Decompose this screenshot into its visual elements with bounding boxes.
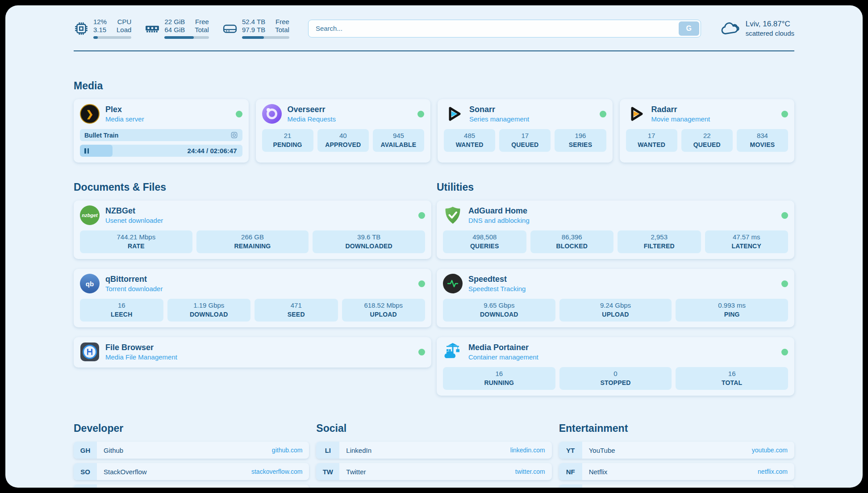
- stat-latency: 47.57 ms LATENCY: [705, 230, 789, 253]
- search-engine-button[interactable]: G: [679, 21, 699, 36]
- section-title-developer: Developer: [74, 422, 309, 435]
- cpu-widget: 12% CPU 3.15 Load: [74, 18, 131, 39]
- cpu-label-1: CPU: [117, 18, 131, 26]
- search-input[interactable]: [308, 20, 701, 38]
- stat-download: 1.19 Gbps DOWNLOAD: [167, 299, 251, 322]
- cpu-label-2: Load: [117, 26, 131, 34]
- disk-label-2: Total: [275, 26, 289, 34]
- radarr-icon: [626, 104, 646, 124]
- section-title-utilities: Utilities: [437, 181, 794, 193]
- stat-total: 16 TOTAL: [676, 367, 788, 390]
- section-title-documents: Documents & Files: [74, 181, 431, 193]
- filebrowser-title: File Browser: [105, 343, 177, 352]
- dashboard: 12% CPU 3.15 Load: [5, 5, 863, 488]
- link-reddit[interactable]: RE Reddit reddit.com: [559, 485, 794, 488]
- adguard-icon: [443, 205, 463, 225]
- portainer-title: Media Portainer: [468, 343, 538, 352]
- stat-download: 9.65 Gbps DOWNLOAD: [443, 299, 555, 322]
- nzbget-status-dot: [418, 212, 425, 219]
- stat-downloaded: 39.6 TB DOWNLOADED: [313, 230, 425, 253]
- ram-icon: [145, 21, 160, 36]
- link-youtube[interactable]: YT YouTube youtube.com: [559, 442, 794, 459]
- header-divider: [74, 50, 794, 51]
- plex-playback-time: 24:44 / 02:06:47: [188, 145, 237, 157]
- cpu-progress-track: [93, 36, 131, 39]
- overseerr-card[interactable]: Overseerr Media Requests 21 PENDING 40 A…: [256, 99, 431, 163]
- stat-seed: 471 SEED: [255, 299, 338, 322]
- stat-queries: 498,508 QUERIES: [443, 230, 526, 253]
- weather-widget: Lviv, 16.87°C scattered clouds: [720, 20, 794, 38]
- plex-card[interactable]: ❯ Plex Media server Bullet Train: [74, 99, 249, 163]
- speedtest-status-dot: [781, 280, 788, 287]
- stat-queued: 22 QUEUED: [681, 129, 733, 152]
- qbittorrent-card[interactable]: qb qBittorrent Torrent downloader 16 LEE…: [74, 269, 431, 327]
- netflix-icon: NF: [559, 463, 582, 480]
- link-linkedin[interactable]: LI LinkedIn linkedin.com: [316, 442, 551, 459]
- stat-blocked: 86,396 BLOCKED: [530, 230, 614, 253]
- stat-leech: 16 LEECH: [80, 299, 163, 322]
- cpu-usage-value: 12%: [93, 18, 107, 26]
- stackoverflow-icon: SO: [74, 463, 97, 480]
- link-github[interactable]: GH Github github.com: [74, 442, 309, 459]
- stat-ping: 0.993 ms PING: [676, 299, 788, 322]
- adguard-card[interactable]: AdGuard Home DNS and adblocking 498,508 …: [437, 201, 794, 259]
- overseerr-status-dot: [417, 111, 424, 117]
- cloud-icon: [720, 20, 740, 38]
- ram-label-1: Free: [195, 18, 209, 26]
- nzbget-subtitle: Usenet downloader: [105, 217, 163, 224]
- radarr-status-dot: [781, 111, 788, 117]
- pause-icon[interactable]: [84, 148, 89, 154]
- overseerr-title: Overseerr: [288, 105, 336, 114]
- link-netflix[interactable]: NF Netflix netflix.com: [559, 463, 794, 480]
- plex-playback-progress: 24:44 / 02:06:47: [80, 145, 242, 157]
- portainer-crane-icon: [443, 342, 463, 362]
- ram-free-value: 22 GiB: [164, 18, 185, 26]
- speedtest-card[interactable]: Speedtest Speedtest Tracking 9.65 Gbps D…: [437, 269, 794, 327]
- radarr-title: Radarr: [651, 105, 710, 114]
- disk-free-value: 52.4 TB: [242, 18, 265, 26]
- portainer-card[interactable]: Media Portainer Container management 16 …: [437, 337, 794, 396]
- sonarr-icon: [444, 104, 463, 124]
- qbittorrent-subtitle: Torrent downloader: [105, 285, 163, 292]
- plex-title: Plex: [105, 105, 144, 114]
- qbittorrent-icon: qb: [80, 274, 100, 293]
- sonarr-subtitle: Series management: [469, 115, 529, 123]
- plex-now-playing-row: Bullet Train: [80, 129, 242, 141]
- session-info-icon[interactable]: [230, 131, 238, 139]
- disk-progress-track: [242, 36, 289, 39]
- disk-widget: 52.4 TB Free 97.9 TB Total: [222, 18, 289, 39]
- plex-subtitle: Media server: [105, 115, 144, 123]
- radarr-subtitle: Movie management: [651, 115, 710, 123]
- link-twitter[interactable]: TW Twitter twitter.com: [316, 463, 551, 480]
- stat-remaining: 266 GB REMAINING: [196, 230, 309, 253]
- nzbget-card[interactable]: nzbget NZBGet Usenet downloader 744.21 M…: [74, 201, 431, 259]
- overseerr-subtitle: Media Requests: [288, 115, 336, 123]
- weather-location: Lviv, 16.87°C: [746, 20, 794, 29]
- linkedin-icon: LI: [316, 442, 339, 459]
- plex-icon: ❯: [80, 104, 100, 124]
- link-stackoverflow[interactable]: SO StackOverflow stackoverflow.com: [74, 463, 309, 480]
- stat-approved: 40 APPROVED: [317, 129, 369, 152]
- filebrowser-card[interactable]: File Browser Media File Management: [74, 337, 431, 368]
- filebrowser-status-dot: [418, 349, 425, 355]
- portainer-subtitle: Container management: [468, 353, 538, 361]
- qbittorrent-status-dot: [418, 280, 425, 287]
- github-icon: GH: [74, 442, 97, 459]
- radarr-card[interactable]: Radarr Movie management 17 WANTED 22 QUE…: [620, 99, 795, 163]
- stat-running: 16 RUNNING: [443, 367, 555, 390]
- stat-available: 945 AVAILABLE: [373, 129, 424, 152]
- sonarr-card[interactable]: Sonarr Series management 485 WANTED 17 Q…: [438, 99, 613, 163]
- ram-total-value: 64 GiB: [164, 26, 185, 34]
- qbittorrent-title: qBittorrent: [105, 275, 163, 284]
- adguard-status-dot: [781, 212, 788, 219]
- stat-wanted: 17 WANTED: [626, 129, 677, 152]
- disk-icon: [222, 21, 238, 36]
- overseerr-icon: [262, 104, 282, 124]
- developer-section: Developer GH Github github.com SO StackO…: [74, 422, 309, 488]
- plex-progress-fill: [80, 145, 113, 157]
- ram-progress-fill: [164, 36, 194, 39]
- link-dev[interactable]: DT DEV dev.to: [74, 485, 309, 488]
- speedtest-icon: [443, 274, 463, 293]
- stat-upload: 618.52 Mbps UPLOAD: [342, 299, 426, 322]
- stat-series: 196 SERIES: [555, 129, 606, 152]
